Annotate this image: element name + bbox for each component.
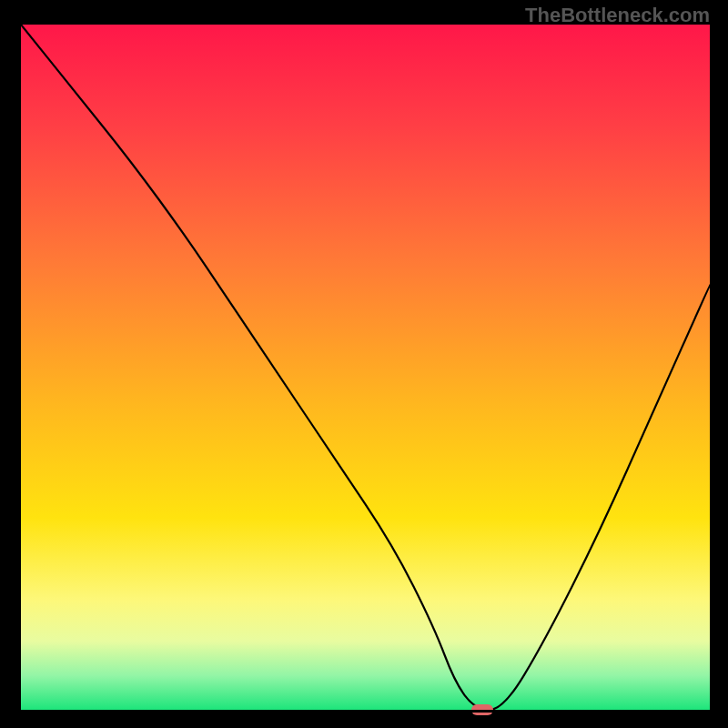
- bottleneck-curve: [21, 25, 710, 710]
- x-axis: [18, 710, 710, 713]
- watermark-label: TheBottleneck.com: [525, 4, 710, 27]
- y-axis: [18, 25, 21, 713]
- chart-container: TheBottleneck.com: [0, 0, 728, 728]
- plot-area: [21, 25, 710, 710]
